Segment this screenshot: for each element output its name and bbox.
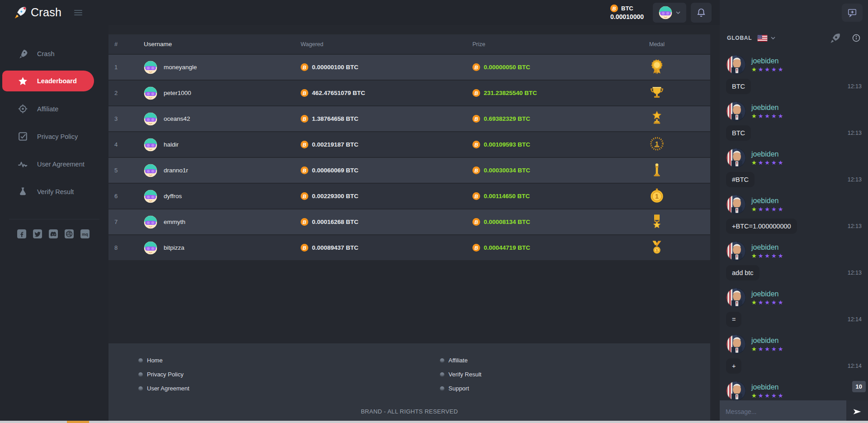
star-icon: ★ [764, 113, 771, 119]
footer-link-affiliate[interactable]: Affiliate [440, 353, 481, 367]
medium-icon[interactable]: mq [80, 229, 90, 238]
sidebar-item-affiliate[interactable]: Affiliate [0, 95, 108, 123]
footer-link-home[interactable]: Home [138, 353, 189, 367]
rocket-logo-icon[interactable] [14, 6, 27, 19]
message-input[interactable] [720, 400, 846, 423]
sidebar-item-user-agreement[interactable]: User Agreement [0, 150, 108, 178]
prize-cell: B0.00044719 BTC [472, 244, 604, 252]
star-icon: ★ [771, 392, 778, 399]
player-avatar [144, 215, 157, 229]
sidebar-item-label: Leaderboard [37, 77, 77, 85]
message-time: 12:14 [848, 316, 862, 323]
star-icon: ★ [771, 66, 778, 73]
star-icon: ★ [764, 299, 771, 306]
svg-text:1: 1 [655, 140, 658, 147]
facebook-icon[interactable] [17, 229, 26, 238]
star-icon: ★ [764, 206, 771, 213]
chat-user-avatar [726, 195, 746, 214]
chat-message: joebiden★★★★★=12:14 [726, 288, 862, 327]
star-icon: ★ [758, 392, 765, 399]
chat-user-avatar [726, 381, 746, 400]
brand-title[interactable]: Crash [31, 6, 61, 19]
chat-toggle-button[interactable] [842, 4, 863, 22]
chat-username[interactable]: joebiden [751, 104, 784, 112]
sidebar-item-privacy-policy[interactable]: Privacy Policy [0, 123, 108, 150]
footer-link-privacy-policy[interactable]: Privacy Policy [138, 367, 189, 381]
footer-link-label: Verify Result [448, 371, 481, 378]
send-button[interactable] [846, 400, 868, 423]
sidebar-item-label: Affiliate [37, 105, 58, 113]
wallet-balance[interactable]: B BTC 0.00010000 [610, 5, 644, 20]
rocket-gray-icon[interactable] [830, 33, 841, 44]
sidebar-item-leaderboard[interactable]: Leaderboard [2, 71, 94, 91]
chat-message: joebiden★★★★★ [726, 381, 862, 400]
horizontal-scrollbar[interactable] [0, 421, 868, 423]
chat-username[interactable]: joebiden [751, 290, 784, 298]
user-rating: ★★★★★ [751, 206, 784, 213]
chat-user-avatar [726, 241, 746, 261]
username-cell: moneyangle [144, 61, 301, 74]
footer-link-support[interactable]: Support [440, 381, 481, 395]
info-icon[interactable] [852, 33, 861, 43]
footer-link-user-agreement[interactable]: User Agreement [138, 381, 189, 395]
star-icon: ★ [778, 159, 785, 166]
rank-cell: 1 [108, 64, 144, 71]
table-row: 3oceans42B1.38764658 BTCB0.69382329 BTC [108, 106, 710, 131]
bitcoin-icon: B [472, 115, 480, 123]
wagered-cell: B462.47651079 BTC [301, 89, 472, 97]
message-time: 12:13 [848, 176, 862, 183]
chat-message: joebiden★★★★★+BTC=1.00000000012:13 [726, 195, 862, 234]
rocket-icon [17, 49, 28, 58]
chat-username[interactable]: joebiden [751, 150, 784, 158]
us-flag-icon [757, 35, 768, 42]
username-cell: haldir [144, 138, 301, 152]
chat-message: joebiden★★★★★BTC12:13 [726, 55, 862, 94]
hamburger-menu-icon[interactable] [74, 9, 82, 17]
star-icon: ★ [778, 346, 785, 352]
star-icon: ★ [778, 299, 785, 306]
rank-cell: 2 [108, 90, 144, 96]
bitcoin-icon: B [301, 115, 308, 123]
rank-cell: 6 [108, 193, 144, 200]
dribbble-icon[interactable] [65, 229, 74, 238]
sidebar-item-crash[interactable]: Crash [0, 40, 108, 67]
chevron-down-icon [771, 37, 775, 39]
footer-link-label: Support [448, 385, 469, 392]
unread-count-badge[interactable]: 10 [852, 381, 866, 392]
message-time: 12:13 [848, 130, 862, 136]
chat-username[interactable]: joebiden [751, 57, 784, 65]
wagered-cell: B0.00229300 BTC [301, 192, 472, 200]
discord-icon[interactable] [49, 229, 58, 238]
column-header-prize: Prize [472, 41, 604, 48]
bitcoin-icon: B [301, 244, 308, 252]
channel-selector[interactable]: GLOBAL [727, 35, 775, 42]
twitter-icon[interactable] [33, 229, 42, 238]
star-icon: ★ [751, 252, 758, 259]
rank-cell: 7 [108, 219, 144, 225]
footer-link-verify-result[interactable]: Verify Result [440, 367, 481, 381]
bitcoin-icon: B [301, 192, 308, 200]
main-content: B BTC 0.00010000 #UsernameWageredPrizeMe… [108, 0, 720, 423]
player-avatar [144, 164, 157, 177]
chat-username[interactable]: joebiden [751, 243, 784, 252]
globe-bullet-icon [138, 358, 143, 363]
footer-link-label: Privacy Policy [147, 371, 184, 378]
notifications-button[interactable] [691, 3, 712, 23]
flask-icon [17, 187, 28, 196]
prize-cell: B0.00000050 BTC [472, 63, 604, 71]
star-icon: ★ [778, 66, 785, 73]
scrollbar-thumb[interactable] [67, 421, 89, 423]
chat-username[interactable]: joebiden [751, 337, 784, 345]
sidebar-item-verify-result[interactable]: Verify Result [0, 178, 108, 205]
message-time: 12:13 [848, 223, 862, 229]
star-icon: ★ [751, 159, 758, 166]
user-menu-button[interactable] [653, 3, 686, 23]
star-icon: ★ [778, 392, 785, 399]
message-time: 12:13 [848, 270, 862, 276]
chat-username[interactable]: joebiden [751, 383, 784, 391]
star-icon: ★ [751, 206, 758, 213]
chat-messages[interactable]: joebiden★★★★★BTC12:13joebiden★★★★★BTC12:… [720, 51, 868, 400]
star-icon: ★ [771, 113, 778, 119]
bell-icon [696, 8, 706, 18]
chat-username[interactable]: joebiden [751, 197, 784, 205]
